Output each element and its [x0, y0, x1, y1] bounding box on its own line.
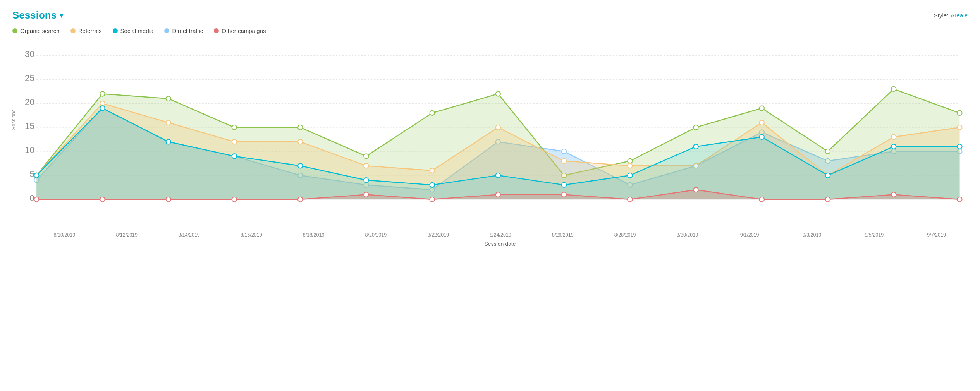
legend-dot-organic	[12, 28, 17, 33]
x-axis-label: 9/3/2019	[781, 232, 843, 238]
svg-point-86	[760, 197, 764, 202]
svg-point-23	[562, 149, 566, 154]
x-axis-label: 8/16/2019	[220, 232, 282, 238]
page-header: Sessions ▾ Style: Area ▾	[12, 9, 968, 21]
svg-point-46	[100, 101, 105, 106]
svg-point-63	[232, 154, 237, 159]
style-value[interactable]: Area ▾	[951, 12, 968, 19]
legend-label-direct: Direct traffic	[172, 27, 203, 34]
chart-legend: Organic searchReferralsSocial mediaDirec…	[12, 27, 968, 34]
legend-label-referrals: Referrals	[78, 27, 102, 34]
svg-text:0: 0	[30, 193, 35, 203]
svg-point-39	[628, 159, 632, 164]
svg-point-85	[693, 187, 698, 192]
legend-label-other: Other campaigns	[222, 27, 266, 34]
svg-point-51	[430, 168, 434, 173]
x-axis-label: 9/7/2019	[905, 232, 968, 238]
svg-point-47	[166, 120, 171, 125]
svg-point-70	[693, 144, 698, 149]
svg-point-82	[496, 192, 500, 197]
x-axis-label: 8/18/2019	[282, 232, 345, 238]
svg-point-56	[760, 120, 764, 125]
svg-point-67	[496, 173, 500, 178]
legend-item-referrals: Referrals	[70, 27, 102, 34]
svg-point-41	[760, 106, 764, 111]
svg-text:30: 30	[25, 49, 34, 59]
svg-point-87	[825, 197, 830, 202]
svg-point-43	[891, 87, 896, 92]
svg-text:20: 20	[25, 97, 34, 107]
svg-point-72	[825, 173, 830, 178]
legend-label-social: Social media	[120, 27, 154, 34]
x-axis-label: 8/24/2019	[469, 232, 532, 238]
legend-item-organic: Organic search	[12, 27, 60, 34]
svg-point-64	[298, 163, 303, 168]
svg-point-44	[957, 111, 962, 116]
legend-dot-direct	[164, 28, 169, 33]
x-axis-labels: 8/10/20198/12/20198/14/20198/16/20198/18…	[33, 229, 968, 238]
style-chevron-icon: ▾	[965, 12, 968, 19]
svg-point-68	[562, 183, 566, 188]
svg-point-58	[891, 135, 896, 140]
svg-point-54	[628, 163, 632, 168]
svg-point-60	[34, 173, 39, 178]
title-chevron-icon[interactable]: ▾	[60, 11, 63, 20]
style-label: Style:	[934, 12, 949, 19]
x-axis-title: Session date	[33, 241, 968, 247]
svg-point-36	[430, 111, 434, 116]
svg-point-88	[891, 192, 896, 197]
svg-point-78	[232, 197, 237, 202]
svg-point-76	[100, 197, 105, 202]
x-axis-label: 8/10/2019	[33, 232, 96, 238]
legend-dot-social	[113, 28, 118, 33]
legend-item-other: Other campaigns	[214, 27, 266, 34]
svg-point-61	[100, 106, 105, 111]
svg-point-52	[496, 125, 500, 130]
svg-point-32	[166, 96, 171, 101]
svg-point-77	[166, 197, 171, 202]
svg-point-62	[166, 139, 171, 144]
legend-item-social: Social media	[113, 27, 154, 34]
style-selector[interactable]: Style: Area ▾	[934, 12, 968, 19]
svg-point-65	[364, 178, 368, 183]
x-axis-label: 8/26/2019	[531, 232, 594, 238]
svg-point-84	[628, 197, 632, 202]
svg-point-71	[760, 135, 764, 140]
legend-dot-referrals	[70, 28, 76, 33]
svg-point-37	[496, 91, 500, 96]
page-title: Sessions ▾	[12, 9, 63, 21]
x-axis-label: 8/14/2019	[158, 232, 220, 238]
svg-point-80	[364, 192, 368, 197]
legend-label-organic: Organic search	[20, 27, 60, 34]
svg-point-42	[825, 149, 830, 154]
x-axis-label: 9/1/2019	[719, 232, 781, 238]
svg-point-73	[891, 144, 896, 149]
x-axis-label: 8/20/2019	[345, 232, 407, 238]
svg-point-79	[298, 197, 303, 202]
chart-container: Sessions 051015202530 8/10/20198/12/2019…	[12, 42, 968, 247]
style-value-text: Area	[951, 12, 963, 19]
svg-point-74	[957, 144, 962, 149]
svg-point-59	[957, 125, 962, 130]
svg-point-35	[364, 154, 368, 159]
svg-point-81	[430, 197, 434, 202]
title-text: Sessions	[12, 9, 57, 21]
legend-item-direct: Direct traffic	[164, 27, 203, 34]
svg-point-75	[34, 197, 39, 202]
chart-svg: 051015202530	[33, 42, 968, 228]
svg-text:5: 5	[30, 169, 35, 179]
svg-point-40	[693, 125, 698, 130]
legend-dot-other	[214, 28, 219, 33]
x-axis-label: 9/5/2019	[843, 232, 905, 238]
svg-point-49	[298, 139, 303, 144]
svg-text:15: 15	[25, 121, 34, 131]
x-axis-label: 8/30/2019	[656, 232, 719, 238]
svg-point-53	[562, 159, 566, 164]
x-axis-label: 8/28/2019	[594, 232, 656, 238]
x-axis-label: 8/22/2019	[407, 232, 469, 238]
svg-point-66	[430, 183, 434, 188]
svg-point-50	[364, 163, 368, 168]
svg-text:10: 10	[25, 145, 34, 155]
svg-point-33	[232, 125, 237, 130]
svg-point-34	[298, 125, 303, 130]
